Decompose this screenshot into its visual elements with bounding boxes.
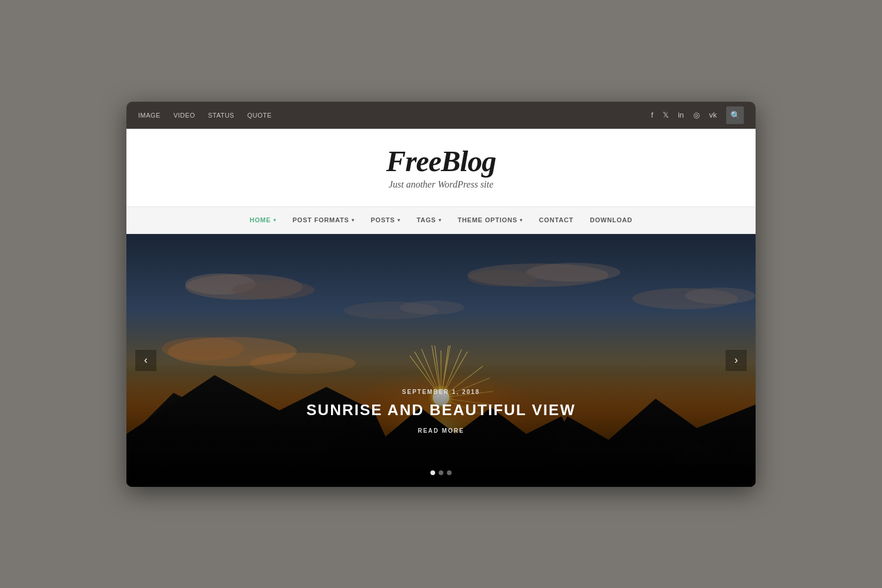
- twitter-icon[interactable]: 𝕏: [663, 111, 669, 119]
- nav-item-contact[interactable]: CONTACT: [531, 207, 582, 233]
- nav-item-post-formats[interactable]: POST FORMATS▾: [284, 207, 362, 233]
- linkedin-icon[interactable]: in: [678, 111, 684, 119]
- svg-point-6: [526, 263, 620, 282]
- instagram-icon[interactable]: ◎: [693, 111, 700, 119]
- chevron-down-icon: ▾: [352, 218, 355, 223]
- search-icon: 🔍: [730, 111, 740, 120]
- chevron-down-icon: ▾: [439, 218, 442, 223]
- chevron-down-icon: ▾: [273, 218, 276, 223]
- svg-point-7: [467, 270, 538, 286]
- facebook-icon[interactable]: f: [651, 111, 653, 119]
- nav-item-theme-options[interactable]: THEME OPTIONS▾: [449, 207, 530, 233]
- chevron-down-icon: ▾: [520, 218, 523, 223]
- site-title[interactable]: FreeBlog: [138, 146, 744, 176]
- topbar-status-link[interactable]: STATUS: [208, 112, 235, 119]
- nav-item-home[interactable]: HOME▾: [241, 207, 284, 233]
- hero-readmore[interactable]: READ MORE: [126, 427, 756, 434]
- topbar-video-link[interactable]: VIDEO: [173, 112, 195, 119]
- vk-icon[interactable]: vk: [709, 111, 717, 119]
- slider-dot-2[interactable]: [439, 470, 443, 475]
- slider-prev-button[interactable]: ‹: [135, 350, 156, 371]
- hero-content: SEPTEMBER 1, 2018 SUNRISE AND BEAUTIFUL …: [126, 389, 756, 434]
- svg-point-9: [685, 288, 756, 304]
- slider-next-button[interactable]: ›: [726, 350, 747, 371]
- nav-item-download[interactable]: DOWNLOAD: [582, 207, 640, 233]
- nav-item-tags[interactable]: TAGS▾: [409, 207, 450, 233]
- svg-point-11: [400, 300, 465, 315]
- svg-point-13: [162, 337, 244, 360]
- browser-window: IMAGE VIDEO STATUS QUOTE f 𝕏 in ◎ vk 🔍 F…: [126, 102, 756, 487]
- site-header: FreeBlog Just another WordPress site: [126, 129, 756, 207]
- search-button[interactable]: 🔍: [726, 106, 744, 124]
- top-bar: IMAGE VIDEO STATUS QUOTE f 𝕏 in ◎ vk 🔍: [126, 102, 756, 129]
- hero-section: SEPTEMBER 1, 2018 SUNRISE AND BEAUTIFUL …: [126, 234, 756, 487]
- main-nav: HOME▾ POST FORMATS▾ POSTS▾ TAGS▾ THEME O…: [126, 207, 756, 234]
- slider-dot-1[interactable]: [430, 470, 435, 475]
- slider-dots: [126, 470, 756, 475]
- hero-date: SEPTEMBER 1, 2018: [126, 389, 756, 395]
- hero-title[interactable]: SUNRISE AND BEAUTIFUL VIEW: [126, 401, 756, 419]
- slider-dot-3[interactable]: [447, 470, 452, 475]
- top-bar-social: f 𝕏 in ◎ vk 🔍: [651, 106, 744, 124]
- site-tagline: Just another WordPress site: [138, 179, 744, 190]
- topbar-quote-link[interactable]: QUOTE: [247, 112, 272, 119]
- topbar-image-link[interactable]: IMAGE: [138, 112, 161, 119]
- top-bar-links: IMAGE VIDEO STATUS QUOTE: [138, 112, 272, 119]
- svg-point-4: [232, 280, 315, 299]
- chevron-down-icon: ▾: [397, 218, 400, 223]
- nav-item-posts[interactable]: POSTS▾: [362, 207, 408, 233]
